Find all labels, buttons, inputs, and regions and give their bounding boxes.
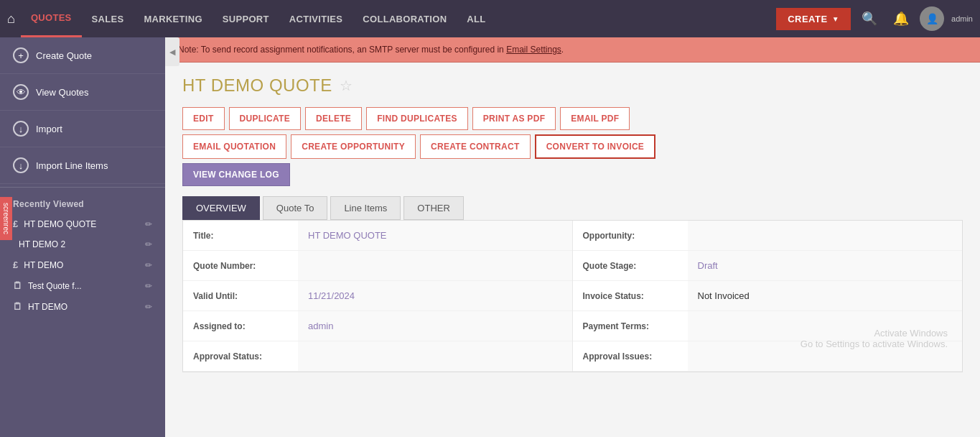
title-label: Title:: [183, 221, 298, 250]
print-as-pdf-button[interactable]: PRINT AS PDF: [472, 107, 556, 130]
top-navigation: ⌂ QUOTES SALES MARKETING SUPPORT ACTIVIT…: [0, 0, 980, 37]
approval-status-value: [298, 341, 572, 371]
main-layout: + Create Quote 👁 View Quotes ↓ Import ↓ …: [0, 37, 980, 437]
recent-item-label-3: Test Quote f...: [28, 281, 82, 291]
recent-item-3[interactable]: 🗒 Test Quote f... ✏: [0, 275, 165, 296]
payment-terms-label: Payment Terms:: [573, 311, 688, 341]
nav-item-all[interactable]: ALL: [457, 0, 495, 37]
sidebar-item-create-quote[interactable]: + Create Quote: [0, 37, 165, 74]
recent-item-edit-2[interactable]: ✏: [145, 260, 152, 270]
detail-tabs: OVERVIEW Quote To Line Items OTHER: [182, 196, 963, 220]
title-value[interactable]: HT DEMO QUOTE: [298, 221, 572, 250]
find-duplicates-button[interactable]: FIND DUPLICATES: [366, 107, 468, 130]
recent-item-2[interactable]: £ HT DEMO ✏: [0, 254, 165, 275]
recent-item-0[interactable]: £ HT DEMO QUOTE ✏: [0, 213, 165, 234]
screenrec-badge: screenrec: [0, 197, 12, 240]
nav-item-marketing[interactable]: MARKETING: [134, 0, 212, 37]
valid-until-value[interactable]: 11/21/2024: [298, 281, 572, 310]
create-dropdown-arrow: ▼: [832, 15, 839, 23]
sidebar-item-import-line-items-label: Import Line Items: [36, 160, 108, 171]
alert-banner: Note: To send record assignment notifica…: [165, 37, 980, 63]
nav-item-activities[interactable]: ACTIVITIES: [279, 0, 353, 37]
tab-line-items[interactable]: Line Items: [330, 196, 401, 220]
quote-stage-value[interactable]: Draft: [688, 251, 963, 280]
sidebar-item-import[interactable]: ↓ Import: [0, 111, 165, 147]
action-buttons-row-2: EMAIL QUOTATION CREATE OPPORTUNITY CREAT…: [182, 134, 963, 159]
duplicate-button[interactable]: DUPLICATE: [229, 107, 301, 130]
opportunity-value: [688, 221, 963, 250]
email-quotation-button[interactable]: EMAIL QUOTATION: [182, 134, 286, 159]
nav-item-support[interactable]: SUPPORT: [213, 0, 279, 37]
convert-to-invoice-button[interactable]: CONVERT TO INVOICE: [535, 134, 656, 159]
avatar-icon: 👤: [926, 13, 938, 24]
recent-item-label-4: HT DEMO: [28, 302, 67, 312]
import-icon: ↓: [13, 121, 29, 137]
admin-label: admin: [951, 14, 973, 23]
favorite-star-icon[interactable]: ☆: [340, 77, 353, 94]
nav-item-quotes[interactable]: QUOTES: [21, 0, 82, 37]
recent-item-label-0: HT DEMO QUOTE: [24, 219, 96, 229]
create-button[interactable]: CREATE ▼: [776, 8, 851, 30]
valid-until-label: Valid Until:: [183, 281, 298, 310]
field-valid-until: Valid Until: 11/21/2024: [183, 281, 572, 311]
alert-text: Note: To send record assignment notifica…: [178, 45, 506, 55]
field-title: Title: HT DEMO QUOTE: [183, 221, 572, 251]
quote-number-value: [298, 251, 572, 280]
tab-overview[interactable]: OVERVIEW: [182, 196, 260, 220]
recent-item-edit-1[interactable]: ✏: [145, 239, 152, 249]
detail-col-right: Opportunity: Quote Stage: Draft Invoice …: [573, 221, 963, 372]
delete-button[interactable]: DELETE: [305, 107, 362, 130]
recently-viewed-label: Recently Viewed: [0, 190, 165, 213]
nav-item-collaboration[interactable]: COLLABORATION: [353, 0, 457, 37]
field-assigned-to: Assigned to: admin: [183, 311, 572, 341]
invoice-status-value: Not Invoiced: [688, 281, 963, 310]
view-change-log-button[interactable]: VIEW CHANGE LOG: [182, 163, 290, 186]
email-settings-link[interactable]: Email Settings: [506, 45, 561, 55]
quote-title: HT DEMO QUOTE ☆: [182, 75, 963, 96]
detail-col-left: Title: HT DEMO QUOTE Quote Number: Valid…: [183, 221, 573, 372]
recent-item-edit-0[interactable]: ✏: [145, 219, 152, 229]
nav-right-controls: CREATE ▼ 🔍 🔔 👤 admin: [776, 6, 973, 32]
opportunity-label: Opportunity:: [573, 221, 688, 250]
sidebar-item-view-quotes-label: View Quotes: [36, 87, 88, 98]
field-payment-terms: Payment Terms:: [573, 311, 963, 341]
sidebar-toggle-button[interactable]: ◀: [165, 37, 179, 66]
recent-item-edit-3[interactable]: ✏: [145, 281, 152, 291]
admin-avatar[interactable]: 👤: [920, 6, 944, 31]
main-content: Note: To send record assignment notifica…: [165, 37, 980, 437]
approval-issues-value: Activate Windows Go to Settings to activ…: [688, 341, 963, 371]
assigned-to-label: Assigned to:: [183, 311, 298, 341]
detail-grid: Title: HT DEMO QUOTE Quote Number: Valid…: [183, 221, 962, 372]
recent-item-edit-4[interactable]: ✏: [145, 302, 152, 312]
action-buttons-row-1: EDIT DUPLICATE DELETE FIND DUPLICATES PR…: [182, 107, 963, 130]
sidebar-item-import-line-items[interactable]: ↓ Import Line Items: [0, 147, 165, 184]
email-pdf-button[interactable]: EMAIL PDF: [560, 107, 630, 130]
approval-status-label: Approval Status:: [183, 341, 298, 371]
assigned-to-value[interactable]: admin: [298, 311, 572, 341]
action-buttons-row-3: VIEW CHANGE LOG: [182, 163, 963, 186]
view-quotes-icon: 👁: [13, 84, 29, 100]
recent-item-label-1: HT DEMO 2: [19, 239, 65, 249]
edit-button[interactable]: EDIT: [182, 107, 225, 130]
approval-issues-label: Approval Issues:: [573, 341, 688, 371]
create-contract-button[interactable]: CREATE CONTRACT: [420, 134, 531, 159]
tab-other[interactable]: OTHER: [403, 196, 464, 220]
recent-item-badge-4: 🗒: [13, 301, 22, 312]
home-icon[interactable]: ⌂: [7, 12, 15, 27]
invoice-status-label: Invoice Status:: [573, 281, 688, 310]
sidebar-divider: [0, 187, 165, 188]
nav-items: QUOTES SALES MARKETING SUPPORT ACTIVITIE…: [21, 0, 776, 37]
sidebar-item-view-quotes[interactable]: 👁 View Quotes: [0, 74, 165, 111]
recent-item-badge-3: 🗒: [13, 280, 22, 291]
field-approval-issues: Approval Issues: Activate Windows Go to …: [573, 341, 963, 372]
nav-item-sales[interactable]: SALES: [82, 0, 134, 37]
recent-item-1[interactable]: HT DEMO 2 ✏: [0, 234, 165, 254]
sidebar-item-import-label: Import: [36, 124, 62, 134]
recent-item-4[interactable]: 🗒 HT DEMO ✏: [0, 296, 165, 317]
tab-quote-to[interactable]: Quote To: [263, 196, 328, 220]
create-opportunity-button[interactable]: CREATE OPPORTUNITY: [291, 134, 416, 159]
field-invoice-status: Invoice Status: Not Invoiced: [573, 281, 963, 311]
field-quote-number: Quote Number:: [183, 251, 572, 281]
search-button[interactable]: 🔍: [857, 6, 882, 32]
notifications-button[interactable]: 🔔: [888, 6, 914, 32]
